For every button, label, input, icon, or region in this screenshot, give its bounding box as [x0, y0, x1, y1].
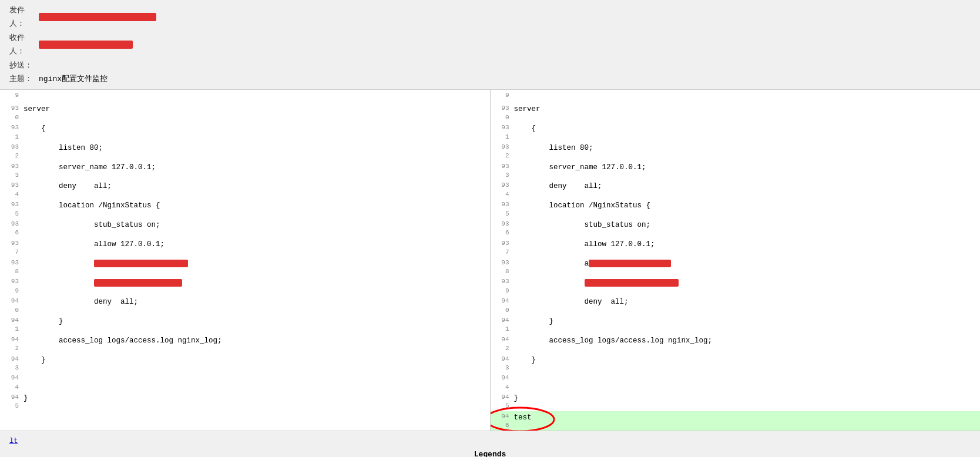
cc-label: 抄送： — [9, 59, 39, 72]
diff-line: 932 listen 80; — [491, 142, 981, 161]
diff-line: 933 server_name 127.0.0.1; — [491, 161, 981, 180]
diff-line: 940 deny all; — [491, 295, 981, 315]
diff-left-pane: 9 930 server 931 { 932 listen 80; 933 se… — [0, 90, 491, 430]
diff-line: 935 location /NginxStatus { — [0, 199, 490, 219]
diff-line: 942 access_log logs/access.log nginx_log… — [0, 334, 490, 354]
diff-line: 936 stub_status on; — [0, 219, 490, 238]
diff-line: 934 deny all; — [0, 180, 490, 199]
redacted-block — [589, 260, 671, 267]
email-header: 发件人： 收件人： 抄送： 主题： nginx配置文件监控 — [0, 0, 980, 89]
diff-line: 945 } — [491, 392, 981, 411]
diff-line: 930 server — [0, 103, 490, 122]
diff-line: 943 } — [491, 354, 981, 373]
diff-line-added-test: 946 test — [491, 411, 981, 431]
cc-row: 抄送： — [9, 59, 971, 72]
legends-title: Legends — [9, 450, 971, 457]
to-row: 收件人： — [9, 31, 971, 59]
from-label: 发件人： — [9, 4, 39, 31]
diff-line: 937 allow 127.0.0.1; — [491, 238, 981, 257]
diff-line-redacted-r1: 938 a — [491, 257, 981, 277]
from-row: 发件人： — [9, 4, 971, 31]
added-test-content: test — [512, 411, 981, 425]
diff-container: 9 930 server 931 { 932 listen 80; 933 se… — [0, 89, 980, 430]
diff-line: 935 location /NginxStatus { — [491, 199, 981, 219]
diff-line: 9 — [0, 90, 490, 103]
diff-line: 942 access_log logs/access.log nginx_log… — [491, 334, 981, 354]
footer-area: lt Legends Colors Added Changed Deleted … — [0, 431, 980, 457]
redacted-block — [585, 279, 679, 287]
subject-value: nginx配置文件监控 — [39, 72, 108, 86]
subject-label: 主题： — [9, 72, 39, 86]
to-label: 收件人： — [9, 31, 39, 59]
diff-line-redacted-2: 939 — [0, 276, 490, 295]
diff-line: 941 } — [491, 315, 981, 334]
from-value-redacted — [39, 13, 156, 21]
diff-line: 931 { — [0, 122, 490, 142]
subject-row: 主题： nginx配置文件监控 — [9, 72, 971, 86]
diff-line: 934 deny all; — [491, 180, 981, 199]
diff-right-pane: 9 930 server 931 { 932 listen 80; 933 se… — [491, 90, 981, 430]
diff-line: 936 stub_status on; — [491, 219, 981, 238]
diff-line: 940 deny all; — [0, 295, 490, 315]
diff-line-redacted-r2: 939 — [491, 276, 981, 295]
diff-line: 9 — [491, 90, 981, 103]
bottom-nav: lt — [9, 436, 971, 446]
diff-line: 933 server_name 127.0.0.1; — [0, 161, 490, 180]
diff-line: 931 { — [491, 122, 981, 142]
nav-link[interactable]: lt — [9, 437, 18, 445]
diff-line: 944 — [491, 372, 981, 392]
diff-line: 941 } — [0, 315, 490, 334]
diff-line: 944 — [0, 372, 490, 392]
redacted-block — [94, 279, 182, 287]
diff-line: 945 } — [0, 392, 490, 411]
diff-line-redacted-1: 938 — [0, 257, 490, 277]
legends-section: Legends Colors Added Changed Deleted Lin… — [9, 450, 971, 457]
diff-line: 930 server — [491, 103, 981, 122]
redacted-block — [94, 260, 188, 267]
diff-line: 937 allow 127.0.0.1; — [0, 238, 490, 257]
diff-line: 943 } — [0, 354, 490, 373]
to-value-redacted — [39, 41, 133, 49]
diff-line: 932 listen 80; — [0, 142, 490, 161]
